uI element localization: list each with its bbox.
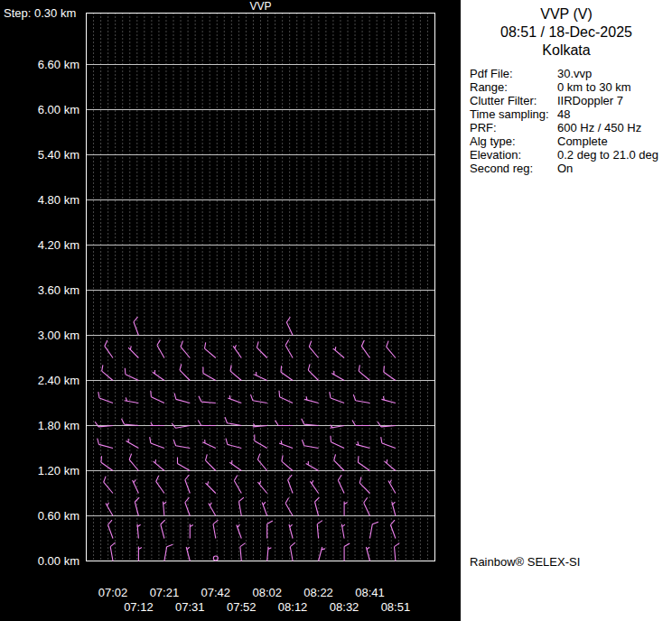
wind-barb: [331, 371, 344, 381]
wind-barb: [234, 476, 241, 494]
wind-barb: [385, 459, 396, 470]
wind-barb: [344, 543, 350, 561]
wind-barb: [257, 481, 266, 494]
wind-barb: [138, 547, 142, 561]
wind-barb: [352, 420, 370, 425]
wind-barb: [240, 543, 246, 561]
wind-barb: [174, 394, 190, 403]
wind-barb: [319, 547, 325, 561]
svg-text:07:02: 07:02: [98, 586, 128, 599]
wind-barb: [125, 397, 139, 403]
param-value: 600 Hz / 450 Hz: [557, 121, 672, 134]
wind-barb: [98, 392, 113, 403]
param-value: 30.vvp: [557, 67, 672, 80]
svg-text:3.00 km: 3.00 km: [38, 329, 79, 342]
wind-barb: [302, 419, 319, 426]
svg-text:08:51: 08:51: [381, 600, 411, 614]
vvp-wind-profile-chart: 0.00 km0.60 km1.20 km1.80 km2.40 km3.00 …: [0, 0, 461, 621]
wind-barb: [315, 497, 320, 515]
svg-text:07:42: 07:42: [201, 586, 231, 599]
wind-barb: [262, 502, 267, 515]
wind-barb: [344, 502, 348, 516]
param-label: Pdf File:: [470, 67, 557, 80]
wind-barb: [185, 475, 191, 493]
wind-barb: [366, 547, 369, 561]
wind-barb: [198, 420, 216, 425]
step-label: Step: 0.30 km: [4, 6, 76, 20]
svg-text:1.80 km: 1.80 km: [38, 419, 79, 432]
svg-text:5.40 km: 5.40 km: [38, 148, 79, 162]
svg-text:6.60 km: 6.60 km: [38, 58, 79, 71]
vvp-window: 0.00 km0.60 km1.20 km1.80 km2.40 km3.00 …: [0, 0, 672, 621]
wind-barb: [384, 366, 396, 380]
wind-barb: [161, 520, 165, 538]
wind-barb: [122, 419, 139, 426]
svg-text:1.20 km: 1.20 km: [38, 464, 79, 477]
time-axis-labels: 07:0207:1207:2107:3107:4207:5208:0208:12…: [98, 586, 410, 614]
wind-barb: [359, 477, 369, 493]
param-label: Second reg:: [470, 162, 557, 175]
wind-barb: [381, 437, 396, 448]
wind-barb: [257, 454, 266, 471]
param-label: Range:: [470, 80, 557, 94]
wind-barb: [105, 340, 113, 357]
wind-barb: [230, 365, 241, 380]
wind-barb: [102, 365, 113, 380]
chart-panel: 0.00 km0.60 km1.20 km1.80 km2.40 km3.00 …: [0, 0, 461, 621]
wind-barb: [279, 440, 293, 448]
product-datetime: 08:51 / 18-Dec-2025: [461, 23, 672, 42]
info-panel: VVP (V) 08:51 / 18-Dec-2025 Kolkata Pdf …: [461, 0, 672, 621]
param-row-alg-type: Alg type:Complete: [470, 134, 672, 148]
param-label: Alg type:: [470, 134, 557, 148]
wind-barb: [317, 521, 322, 539]
wind-barb: [290, 542, 294, 561]
wind-barb: [358, 456, 369, 470]
svg-text:0.60 km: 0.60 km: [38, 509, 79, 523]
wind-barb: [341, 524, 345, 539]
wind-barb: [257, 341, 266, 357]
wind-barb: [206, 481, 216, 493]
wind-barb: [228, 395, 241, 403]
wind-barb: [108, 520, 114, 538]
svg-text:08:02: 08:02: [252, 586, 282, 599]
wind-barb: [110, 542, 115, 561]
wind-barb: [151, 391, 164, 403]
wind-barb: [233, 345, 241, 357]
svg-text:3.60 km: 3.60 km: [38, 283, 79, 297]
svg-text:07:52: 07:52: [227, 600, 257, 614]
wind-barb: [205, 342, 216, 357]
param-value: 48: [557, 107, 672, 121]
wind-barb: [239, 497, 244, 515]
wind-barb: [185, 497, 191, 515]
svg-text:2.40 km: 2.40 km: [38, 374, 79, 387]
param-row-clutter-filter: Clutter Filter:IIRDoppler 7: [470, 94, 672, 107]
param-label: Clutter Filter:: [470, 94, 557, 107]
wind-barb: [156, 476, 164, 493]
wind-barb: [288, 475, 294, 493]
wind-barb: [106, 503, 113, 516]
wind-barb: [306, 461, 319, 471]
height-axis-labels: 0.00 km0.60 km1.20 km1.80 km2.40 km3.00 …: [38, 58, 79, 568]
wind-barb: [254, 372, 267, 381]
wind-barb: [101, 456, 113, 470]
plot-border: [87, 14, 435, 561]
wind-barb: [164, 544, 173, 561]
wind-barb: [285, 340, 293, 358]
svg-text:4.20 km: 4.20 km: [38, 238, 79, 252]
wind-barb: [330, 392, 344, 403]
wind-barb: [95, 422, 113, 427]
wind-barb: [133, 479, 139, 493]
svg-text:6.00 km: 6.00 km: [38, 103, 79, 116]
wind-barbs: [95, 317, 399, 561]
svg-text:4.80 km: 4.80 km: [38, 193, 79, 207]
chart-title: VVP: [249, 0, 271, 13]
info-header: VVP (V) 08:51 / 18-Dec-2025 Kolkata: [461, 0, 672, 60]
wind-barb: [209, 503, 216, 516]
param-value: On: [557, 162, 672, 175]
svg-text:07:12: 07:12: [124, 600, 154, 614]
wind-barb: [255, 435, 267, 449]
wind-barb: [267, 547, 272, 561]
param-value: IIRDoppler 7: [557, 94, 672, 107]
wind-barb: [181, 341, 190, 358]
wind-barb: [381, 396, 396, 403]
